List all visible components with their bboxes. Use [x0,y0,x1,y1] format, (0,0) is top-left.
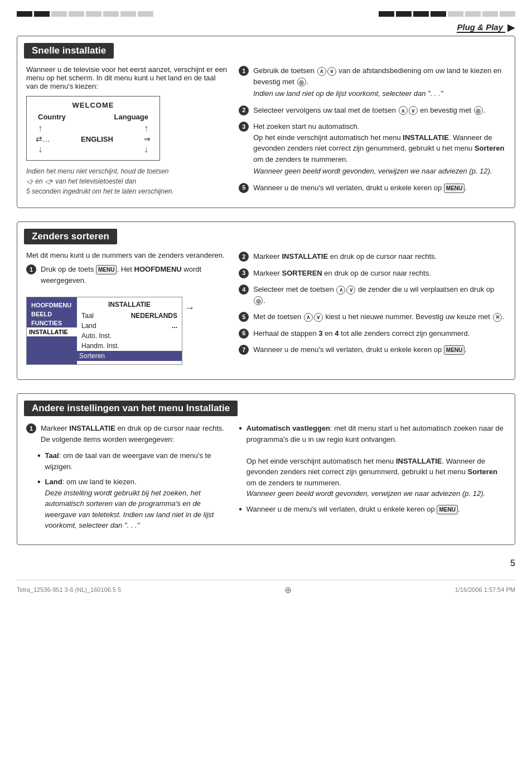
s3-bullet-auto: Automatisch vastleggen: met dit menu sta… [239,423,506,499]
s2-text4: Selecteer met de toetsen ∧∨ de zender di… [253,284,506,306]
bar-seg [500,11,515,17]
step3-item: 3 Het zoeken start nu automatisch. Op he… [239,121,506,177]
welcome-mid-row: ⇄… ENGLISH ⇒ [32,134,154,143]
welcome-language-label: Language [114,113,148,121]
menu-btn2-icon: MENU [96,265,117,274]
btn-down2-icon: ∨ [409,106,418,115]
btn-up3-icon: ∧ [336,286,345,295]
section2-step1-list: 1 Druk op de toets MENU. Het HOOFDMENU w… [26,264,228,286]
section2-step5: 5 Met de toetsen ∧∨ kiest u het nieuwe n… [239,311,506,322]
install-item-hoofdmenu: HOOFDMENU [31,301,72,310]
install-box: HOOFDMENU BEELD FUNCTIES INSTALLATIE INS… [26,297,182,365]
install-item-functies: FUNCTIES [31,319,72,327]
section1-content: Wanneer u de televisie voor het eerst aa… [26,65,506,199]
s3-text1: Markeer INSTALLATIE en druk op de cursor… [41,423,228,445]
section2-step2: 2 Markeer INSTALLATIE en druk op de curs… [239,251,506,262]
section2-content: Met dit menu kunt u de nummers van de ze… [26,251,506,370]
step1-item: 1 Gebruik de toetsen ∧∨ van de afstandsb… [239,65,506,99]
s2-num3: 3 [239,268,249,278]
top-bar [17,11,515,17]
s2-num6: 6 [239,329,249,339]
bar-seg [51,11,67,17]
top-bar-left [17,11,153,17]
install-box-wrapper: HOOFDMENU BEELD FUNCTIES INSTALLATIE INS… [26,291,228,370]
install-item-installatie: INSTALLATIE [27,327,77,336]
section1-italic-note: Indien het menu niet verschijnt, houd de… [26,166,228,196]
s2-text5: Met de toetsen ∧∨ kiest u het nieuwe num… [253,311,506,322]
bar-seg [482,11,498,17]
section1-title: Snelle installatie [24,43,114,59]
section2-step1-num: 1 [26,264,36,274]
section3-title: Andere instellingen van het menu Install… [24,401,238,416]
welcome-title: WELCOME [32,101,154,109]
step1-num: 1 [239,66,249,76]
install-right-title: INSTALLATIE [81,301,177,309]
install-label-sorteren: Sorteren [79,352,105,360]
section2-step1: 1 Druk op de toets MENU. Het HOOFDMENU w… [26,264,228,286]
section3-right: Automatisch vastleggen: met dit menu sta… [239,423,506,536]
section3-right-bullets: Automatisch vastleggen: met dit menu sta… [239,423,506,514]
btn-up-icon: ∧ [317,67,326,76]
btn-ok-icon: ◎ [297,78,306,86]
step3-num: 3 [239,122,249,132]
s3-bullet-taal-text: Taal: om de taal van de weergave van de … [45,450,228,472]
section3-bullets: Taal: om de taal van de weergave van de … [26,450,228,531]
plug-play-header: Plug & Play ▶ [17,21,515,33]
section-snelle-installatie: Snelle installatie Wanneer u de televisi… [17,36,515,208]
s2-text6: Herhaal de stappen 3 en 4 tot alle zende… [253,328,506,339]
bar-seg [448,11,463,17]
menu-btn4-icon: MENU [437,505,457,514]
section2-step3: 3 Markeer SORTEREN en druk op de cursor … [239,268,506,279]
install-row-taal: Taal NEDERLANDS [81,311,177,321]
arrow-up-language-icon: ↑ [144,123,148,133]
btn-down3-icon: ∨ [346,286,355,295]
btn-ok3-icon: ◎ [254,296,263,305]
section3-content: 1 Markeer INSTALLATIE en druk op de curs… [26,423,506,536]
section-zenders-sorteren: Zenders sorteren Met dit menu kunt u de … [17,221,515,380]
bar-seg [465,11,481,17]
btn-up4-icon: ∧ [304,313,313,322]
welcome-english-value: ENGLISH [81,135,113,143]
step5-text: Wanneer u de menu's wil verlaten, drukt … [253,182,506,194]
install-row-auto: Auto. Inst. [81,331,177,341]
arrow-down-country-icon: ↓ [38,144,42,155]
plug-play-arrow-icon: ▶ [507,21,515,33]
section1-intro: Wanneer u de televisie voor het eerst aa… [26,65,228,90]
install-row-sorteren: Sorteren [77,351,182,361]
btn-ok2-icon: ◎ [474,106,483,115]
page-number: 5 [17,558,515,568]
section1-steps: 1 Gebruik de toetsen ∧∨ van de afstandsb… [239,65,506,193]
arrow-down-language-icon: ↓ [144,144,148,155]
menu-btn3-icon: MENU [444,345,465,355]
menu-btn-icon: MENU [444,184,465,193]
bar-seg [103,11,119,17]
section2-step6: 6 Herhaal de stappen 3 en 4 tot alle zen… [239,328,506,339]
step1-text: Gebruik de toetsen ∧∨ van de afstandsbed… [253,65,506,99]
s2-text3: Markeer SORTEREN en druk op de cursor na… [253,268,506,279]
btn-down-icon: ∨ [327,67,336,76]
install-item-beeld: BEELD [31,310,72,319]
footer-center: ⊕ [284,585,292,595]
welcome-right-arrow-icon: ⇒ [144,134,151,143]
section3-num-list: 1 Markeer INSTALLATIE en druk op de curs… [26,423,228,445]
s3-bullet-menu-text: Wanneer u de menu's wil verlaten, drukt … [246,504,460,515]
s2-num2: 2 [239,252,249,262]
section-andere-instellingen: Andere instellingen van het menu Install… [17,393,515,545]
welcome-up-arrows: ↑ ↑ [32,123,154,133]
section2-step4: 4 Selecteer met de toetsen ∧∨ de zender … [239,284,506,306]
step2-num: 2 [239,105,249,115]
top-bar-right [379,11,515,17]
bar-seg [86,11,101,17]
install-val-taal: NEDERLANDS [131,312,177,320]
bar-seg [396,11,412,17]
s2-num5: 5 [239,312,249,322]
section2-left: Met dit menu kunt u de nummers van de ze… [26,251,228,370]
plug-play-label: Plug & Play [457,22,505,33]
btn-up2-icon: ∧ [399,106,408,115]
s2-text2: Markeer INSTALLATIE en druk op de cursor… [253,251,506,262]
s3-bullet-menu: Wanneer u de menu's wil verlaten, drukt … [239,504,506,515]
welcome-header-row: Country Language [32,113,154,121]
bar-seg [120,11,136,17]
section2-step1-text: Druk op de toets MENU. Het HOOFDMENU wor… [41,264,228,286]
footer-right: 1/16/2006 1:57:54 PM [455,586,515,593]
